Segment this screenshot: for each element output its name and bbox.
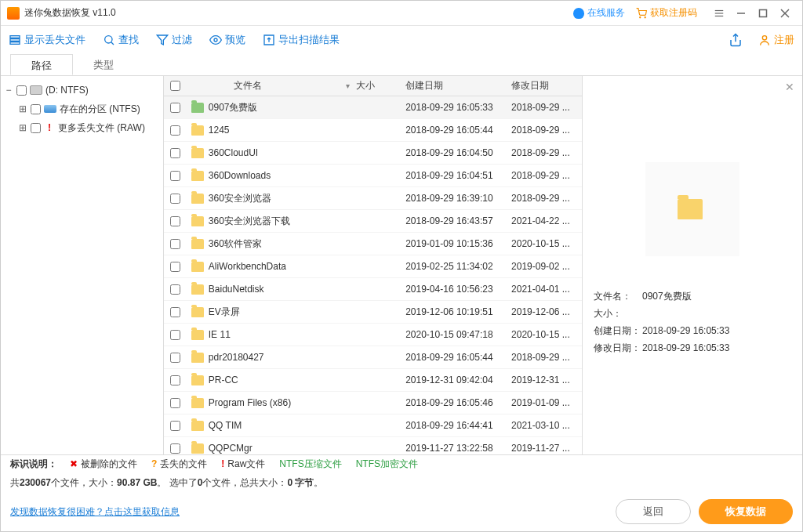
table-row[interactable]: 360CloudUI2018-09-29 16:04:502018-09-29 … (164, 142, 582, 165)
expand-icon[interactable]: ⊞ (18, 103, 27, 114)
row-checkbox[interactable] (170, 171, 180, 181)
file-created: 2018-09-29 16:05:44 (405, 352, 511, 363)
minimize-button[interactable] (730, 4, 752, 23)
table-row[interactable]: BaiduNetdisk2019-04-16 10:56:232021-04-0… (164, 278, 582, 301)
svg-rect-6 (760, 9, 767, 16)
column-created[interactable]: 创建日期 (405, 79, 511, 92)
file-modified: 2019-12-31 ... (511, 375, 582, 385)
file-modified: 2018-09-29 ... (511, 147, 582, 158)
file-name: pdr20180427 (209, 352, 264, 363)
table-row[interactable]: pdr201804272018-09-29 16:05:442018-09-29… (164, 346, 582, 369)
table-row[interactable]: 360安全浏览器下载2018-09-29 16:43:572021-04-22 … (164, 210, 582, 233)
row-checkbox[interactable] (170, 284, 180, 295)
tree-lost-files[interactable]: ⊞ ! 更多丢失文件 (RAW) (4, 118, 160, 137)
export-results-button[interactable]: 导出扫描结果 (263, 33, 340, 47)
table-row[interactable]: QQ TIM2018-09-29 16:44:412021-03-10 ... (164, 414, 582, 437)
collapse-icon[interactable]: − (4, 85, 13, 96)
main: − (D: NTFS) ⊞ 存在的分区 (NTFS) ⊞ ! 更多丢失文件 (R… (1, 76, 802, 454)
list-icon (9, 34, 21, 46)
file-list-body[interactable]: 0907免费版2018-09-29 16:05:332018-09-29 ...… (164, 96, 582, 454)
table-row[interactable]: AliWorkbenchData2019-02-25 11:34:022019-… (164, 255, 582, 278)
file-created: 2019-12-06 10:19:51 (405, 306, 511, 317)
tree-lost-checkbox[interactable] (31, 123, 41, 133)
row-checkbox[interactable] (170, 148, 180, 158)
table-row[interactable]: Program Files (x86)2018-09-29 16:05:4620… (164, 392, 582, 414)
row-checkbox[interactable] (170, 375, 180, 385)
legend-raw: !Raw文件 (221, 458, 265, 471)
tree-partition-checkbox[interactable] (31, 104, 41, 114)
file-created: 2018-09-29 16:05:44 (405, 125, 511, 136)
recover-button[interactable]: 恢复数据 (699, 499, 793, 524)
warning-icon: ! (44, 122, 55, 133)
column-modified[interactable]: 修改日期 (511, 79, 582, 92)
register-button[interactable]: 注册 (758, 33, 794, 47)
table-row[interactable]: 360软件管家2019-01-09 10:15:362020-10-15 ... (164, 233, 582, 255)
row-checkbox[interactable] (170, 443, 180, 454)
row-checkbox[interactable] (170, 194, 180, 204)
tree-root-checkbox[interactable] (16, 85, 27, 96)
row-checkbox[interactable] (170, 239, 180, 249)
table-row[interactable]: PR-CC2019-12-31 09:42:042019-12-31 ... (164, 369, 582, 392)
get-register-code-link[interactable]: 获取注册码 (636, 6, 697, 20)
tree-panel: − (D: NTFS) ⊞ 存在的分区 (NTFS) ⊞ ! 更多丢失文件 (R… (1, 76, 164, 454)
table-row[interactable]: EV录屏2019-12-06 10:19:512019-12-06 ... (164, 301, 582, 324)
file-name: 360CloudUI (209, 147, 258, 158)
select-all-checkbox[interactable] (170, 81, 180, 91)
share-icon[interactable] (729, 33, 743, 47)
file-created: 2019-11-27 13:22:58 (405, 443, 511, 454)
folder-icon (191, 103, 204, 113)
row-checkbox[interactable] (170, 216, 180, 226)
folder-icon (191, 330, 204, 340)
svg-rect-10 (10, 39, 20, 42)
maximize-button[interactable] (752, 4, 774, 23)
table-row[interactable]: 12452018-09-29 16:05:442018-09-29 ... (164, 119, 582, 142)
filter-icon (156, 34, 169, 46)
file-name: 360Downloads (209, 170, 271, 181)
column-name[interactable]: 文件名▾ (187, 79, 356, 92)
legend-deleted: ✖被删除的文件 (70, 458, 137, 471)
file-name: QQ TIM (209, 420, 242, 431)
file-created: 2019-04-16 10:56:23 (405, 284, 511, 295)
tab-type[interactable]: 类型 (73, 54, 134, 75)
file-modified: 2018-09-29 ... (511, 193, 582, 204)
file-modified: 2018-09-29 ... (511, 170, 582, 181)
close-preview-button[interactable]: ✕ (785, 81, 794, 93)
folder-icon (191, 216, 204, 226)
table-row[interactable]: 360安全浏览器2018-09-29 16:39:102018-09-29 ..… (164, 187, 582, 210)
tree-root[interactable]: − (D: NTFS) (4, 81, 160, 100)
row-checkbox[interactable] (170, 262, 180, 272)
file-created: 2019-01-09 10:15:36 (405, 238, 511, 249)
table-row[interactable]: QQPCMgr2019-11-27 13:22:582019-11-27 ... (164, 437, 582, 454)
preview-button[interactable]: 预览 (209, 33, 245, 47)
find-button[interactable]: 查找 (103, 33, 139, 47)
table-row[interactable]: 360Downloads2018-09-29 16:04:512018-09-2… (164, 165, 582, 187)
menu-button[interactable] (708, 4, 730, 23)
close-button[interactable] (774, 4, 796, 23)
legend-lost: ?丢失的文件 (151, 458, 207, 471)
row-checkbox[interactable] (170, 421, 180, 431)
column-size[interactable]: 大小 (356, 79, 405, 92)
online-service-link[interactable]: 在线服务 (573, 6, 625, 20)
help-link[interactable]: 发现数据恢复很困难？点击这里获取信息 (10, 505, 180, 519)
filter-button[interactable]: 过滤 (156, 33, 192, 47)
svg-rect-11 (10, 42, 20, 45)
row-checkbox[interactable] (170, 398, 180, 408)
expand-icon[interactable]: ⊞ (18, 122, 27, 133)
folder-icon (191, 148, 204, 158)
row-checkbox[interactable] (170, 103, 180, 113)
row-checkbox[interactable] (170, 330, 180, 340)
show-lost-files-button[interactable]: 显示丢失文件 (9, 33, 85, 47)
tree-partition[interactable]: ⊞ 存在的分区 (NTFS) (4, 100, 160, 118)
file-created: 2018-09-29 16:39:10 (405, 193, 511, 204)
row-checkbox[interactable] (170, 307, 180, 317)
get-register-code-label: 获取注册码 (650, 6, 697, 20)
table-row[interactable]: 0907免费版2018-09-29 16:05:332018-09-29 ... (164, 96, 582, 119)
back-button[interactable]: 返回 (616, 499, 691, 524)
table-row[interactable]: IE 112020-10-15 09:47:182020-10-15 ... (164, 324, 582, 346)
search-icon (103, 34, 115, 46)
row-checkbox[interactable] (170, 125, 180, 136)
svg-point-15 (214, 38, 217, 42)
svg-rect-9 (10, 36, 20, 38)
tab-path[interactable]: 路径 (10, 54, 73, 75)
row-checkbox[interactable] (170, 353, 180, 363)
